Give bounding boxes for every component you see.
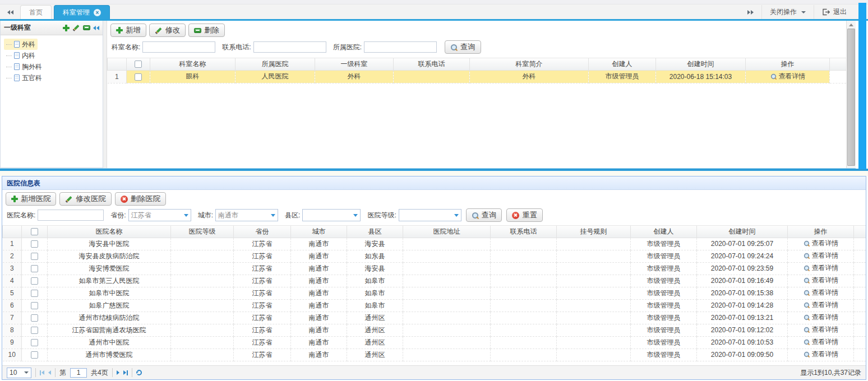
view-details-link[interactable]: 查看详情	[803, 263, 839, 273]
vertical-scrollbar[interactable]	[846, 21, 856, 168]
hospital-info-panel: 医院信息表 新增医院 修改医院 删除医院 医院名称: 省份: 江苏省 城市: 南…	[2, 176, 866, 380]
pencil-icon[interactable]	[72, 24, 80, 31]
delete-button[interactable]: 删除	[188, 24, 225, 37]
refresh-icon[interactable]	[136, 370, 142, 375]
view-details-link[interactable]: 查看详情	[803, 337, 839, 347]
table-row[interactable]: 2 海安县皮肤病防治院 江苏省 南通市 如东县 市级管理员 2020-07-01…	[3, 250, 866, 262]
cell-creator: 市级管理员	[631, 262, 697, 275]
tab-department-management[interactable]: 科室管理 ×	[54, 5, 110, 19]
table-row[interactable]: 6 如皋广慈医院 江苏省 南通市 如皋市 市级管理员 2020-07-01 09…	[3, 299, 866, 312]
table-row[interactable]: 3 海安博爱医院 江苏省 南通市 海安县 市级管理员 2020-07-01 09…	[3, 262, 866, 275]
view-details-link[interactable]: 查看详情	[803, 276, 839, 285]
edit-button[interactable]: 修改	[149, 24, 186, 37]
tree-item-label: 外科	[22, 40, 35, 49]
scrollbar-thumb[interactable]	[847, 29, 855, 166]
reset-button[interactable]: 重置	[506, 208, 543, 222]
table-row[interactable]: 1 海安县中医院 江苏省 南通市 海安县 市级管理员 2020-07-01 09…	[3, 238, 866, 250]
search-button[interactable]: 查询	[445, 40, 481, 54]
scroll-up-button[interactable]	[847, 21, 856, 29]
hospital-name-input[interactable]	[38, 210, 104, 221]
cell-hospital-name: 江苏省国营南通农场医院	[48, 324, 171, 336]
table-row[interactable]: 10 通州市博爱医院 江苏省 南通市 通州区 市级管理员 2020-07-01 …	[3, 349, 866, 361]
first-page-button[interactable]	[40, 370, 44, 375]
minus-icon[interactable]	[83, 25, 90, 30]
search-button[interactable]: 查询	[466, 208, 502, 222]
close-operations-dropdown[interactable]: 关闭操作	[761, 5, 814, 19]
tab-home[interactable]: 首页	[20, 5, 52, 19]
tree-item[interactable]: 胸外科	[4, 61, 44, 72]
row-checkbox[interactable]	[31, 327, 38, 334]
window-edge-strip	[858, 3, 866, 169]
dept-hospital-input[interactable]	[364, 41, 437, 53]
column-header: 所属医院	[236, 58, 315, 70]
table-row[interactable]: 7 通州市结核病防治院 江苏省 南通市 通州区 市级管理员 2020-07-01…	[3, 312, 866, 324]
tabs-scroll-right-button[interactable]	[740, 5, 761, 19]
chevron-down-icon	[454, 214, 459, 217]
table-row[interactable]: 8 江苏省国营南通农场医院 江苏省 南通市 通州区 市级管理员 2020-07-…	[3, 324, 866, 336]
sidebar-header: 一级科室	[1, 21, 103, 35]
tree-item[interactable]: 内科	[4, 50, 38, 61]
city-select[interactable]: 南通市	[215, 209, 278, 221]
edit-hospital-button[interactable]: 修改医院	[59, 192, 111, 206]
add-button[interactable]: 新增	[110, 24, 146, 37]
county-select[interactable]	[302, 209, 361, 221]
cell-hospital-name: 通州市博爱医院	[48, 349, 171, 361]
view-details-link[interactable]: 查看详情	[803, 313, 839, 322]
table-row[interactable]: 4 如皋市第三人民医院 江苏省 南通市 如皋市 市级管理员 2020-07-01…	[3, 275, 866, 287]
search-button-label: 查询	[482, 210, 497, 220]
table-row[interactable]: 5 如皋市中医院 江苏省 南通市 如皋市 市级管理员 2020-07-01 09…	[3, 287, 866, 299]
collapse-sidebar-icon[interactable]	[93, 26, 99, 30]
tree-item[interactable]: 外科	[4, 39, 38, 50]
page-size-select[interactable]: 10	[7, 368, 31, 378]
grade-select[interactable]	[399, 209, 461, 221]
grade-label: 医院等级:	[367, 211, 396, 220]
row-checkbox[interactable]	[31, 240, 38, 248]
dept-phone-input[interactable]	[253, 41, 326, 53]
logout-button[interactable]: 退出	[814, 5, 855, 19]
table-row[interactable]: 9 通州市中医院 江苏省 南通市 通州区 市级管理员 2020-07-01 09…	[3, 336, 866, 349]
dept-name-input[interactable]	[142, 41, 215, 53]
cell-city: 南通市	[291, 238, 347, 250]
last-page-button[interactable]	[123, 370, 128, 375]
row-number: 2	[3, 250, 22, 262]
select-all-header	[127, 58, 150, 70]
row-checkbox[interactable]	[31, 290, 38, 297]
column-header: 操作	[746, 58, 830, 70]
view-details-link[interactable]: 查看详情	[803, 325, 839, 334]
row-checkbox[interactable]	[31, 265, 38, 272]
view-details-link[interactable]: 查看详情	[803, 251, 839, 261]
filler-cell	[854, 324, 866, 336]
row-checkbox[interactable]	[31, 302, 38, 309]
row-checkbox[interactable]	[31, 339, 38, 346]
column-header: 创建时间	[697, 226, 788, 238]
filler-cell	[854, 275, 866, 287]
row-checkbox[interactable]	[31, 277, 38, 285]
add-icon[interactable]	[63, 25, 70, 31]
table-row[interactable]: 1 眼科 人民医院 外科 外科 市级管理员 2020-06-18 15:14:0…	[108, 70, 847, 83]
splitter-handle[interactable]	[103, 21, 107, 168]
tabs-scroll-left-button[interactable]	[2, 5, 18, 19]
view-details-link[interactable]: 查看详情	[803, 239, 839, 248]
row-checkbox[interactable]	[31, 314, 38, 322]
column-header: 省份	[234, 226, 291, 238]
close-icon[interactable]: ×	[94, 9, 101, 16]
view-details-link[interactable]: 查看详情	[803, 288, 839, 298]
delete-hospital-button[interactable]: 删除医院	[115, 192, 166, 206]
tree-item[interactable]: 五官科	[4, 72, 44, 83]
next-page-button[interactable]	[117, 370, 119, 375]
page-number-input[interactable]	[70, 368, 87, 378]
select-all-checkbox[interactable]	[31, 228, 38, 235]
view-details-link[interactable]: 查看详情	[803, 350, 839, 359]
previous-page-button[interactable]	[48, 370, 51, 375]
row-checkbox[interactable]	[31, 351, 38, 359]
select-all-checkbox[interactable]	[135, 61, 142, 68]
add-hospital-button[interactable]: 新增医院	[6, 192, 56, 206]
row-checkbox[interactable]	[135, 73, 142, 81]
province-value: 江苏省	[131, 211, 151, 220]
view-details-link[interactable]: 查看详情	[803, 300, 839, 310]
cell-grade	[171, 349, 234, 361]
view-details-link[interactable]: 查看详情	[770, 72, 806, 81]
view-icon	[803, 351, 809, 357]
row-checkbox[interactable]	[31, 253, 38, 260]
province-select[interactable]: 江苏省	[128, 209, 191, 221]
